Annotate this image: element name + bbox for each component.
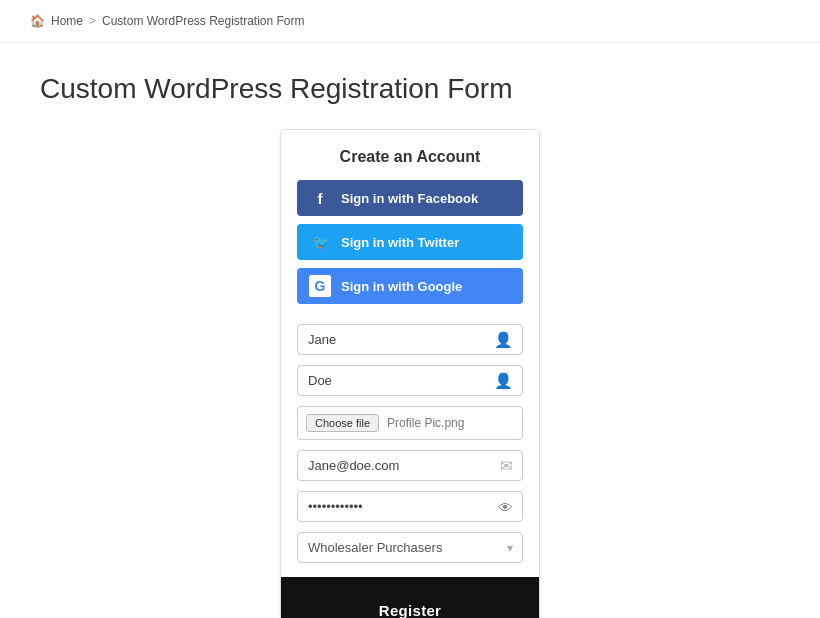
twitter-icon: 🐦	[312, 234, 329, 250]
form-fields: 👤 👤 Choose file Profile Pic.png ✉ 👁	[281, 314, 539, 577]
facebook-signin-button[interactable]: f Sign in with Facebook	[297, 180, 523, 216]
twitter-icon-wrap: 🐦	[309, 231, 331, 253]
file-label: Profile Pic.png	[387, 416, 464, 430]
choose-file-button[interactable]: Choose file	[306, 414, 379, 432]
role-select[interactable]: Wholesaler Purchasers Retail Customer Ad…	[297, 532, 523, 563]
profile-pic-field-wrap: Choose file Profile Pic.png	[297, 406, 523, 440]
google-signin-button[interactable]: G Sign in with Google	[297, 268, 523, 304]
password-field-wrap: 👁	[297, 491, 523, 522]
breadcrumb-current: Custom WordPress Registration Form	[102, 14, 305, 28]
google-icon: G	[315, 278, 326, 294]
facebook-icon: f	[318, 190, 323, 207]
card-header: Create an Account	[281, 130, 539, 180]
registration-card: Create an Account f Sign in with Faceboo…	[280, 129, 540, 618]
eye-icon[interactable]: 👁	[498, 498, 513, 515]
twitter-signin-button[interactable]: 🐦 Sign in with Twitter	[297, 224, 523, 260]
facebook-icon-wrap: f	[309, 187, 331, 209]
breadcrumb-home-link[interactable]: Home	[51, 14, 83, 28]
role-select-wrap: Wholesaler Purchasers Retail Customer Ad…	[297, 532, 523, 563]
last-name-field-wrap: 👤	[297, 365, 523, 396]
page-wrapper: Custom WordPress Registration Form Creat…	[0, 43, 820, 618]
page-title: Custom WordPress Registration Form	[40, 73, 780, 105]
social-buttons-section: f Sign in with Facebook 🐦 Sign in with T…	[281, 180, 539, 314]
first-name-field-wrap: 👤	[297, 324, 523, 355]
register-button[interactable]: Register	[297, 591, 523, 618]
first-name-input[interactable]	[297, 324, 523, 355]
facebook-button-label: Sign in with Facebook	[341, 191, 478, 206]
google-button-label: Sign in with Google	[341, 279, 462, 294]
card-footer: Register	[281, 577, 539, 618]
breadcrumb: 🏠 Home > Custom WordPress Registration F…	[0, 0, 820, 43]
google-icon-wrap: G	[309, 275, 331, 297]
breadcrumb-separator: >	[89, 14, 96, 28]
home-icon: 🏠	[30, 14, 45, 28]
password-input[interactable]	[297, 491, 523, 522]
last-name-input[interactable]	[297, 365, 523, 396]
email-input[interactable]	[297, 450, 523, 481]
twitter-button-label: Sign in with Twitter	[341, 235, 459, 250]
email-field-wrap: ✉	[297, 450, 523, 481]
